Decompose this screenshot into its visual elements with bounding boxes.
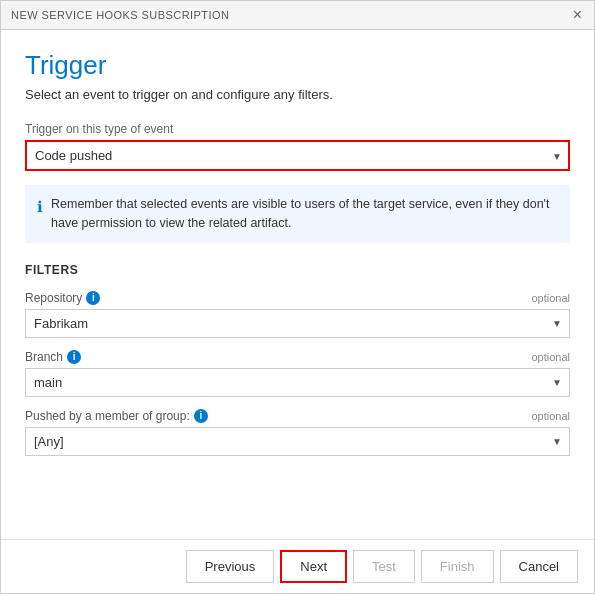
filter-row-repository: Repository i optional Fabrikam [Any] ▼ (25, 291, 570, 338)
group-select-wrapper: [Any] ▼ (25, 427, 570, 456)
optional-group: optional (531, 410, 570, 422)
filters-heading: FILTERS (25, 263, 570, 277)
repository-select[interactable]: Fabrikam [Any] (25, 309, 570, 338)
filter-label-row-repository: Repository i optional (25, 291, 570, 305)
trigger-select[interactable]: Code pushed Code checked in Pull request… (25, 140, 570, 171)
title-bar: NEW SERVICE HOOKS SUBSCRIPTION × (1, 1, 594, 30)
info-box: ℹ Remember that selected events are visi… (25, 185, 570, 243)
branch-select[interactable]: main [Any] (25, 368, 570, 397)
cancel-button[interactable]: Cancel (500, 550, 578, 583)
next-button[interactable]: Next (280, 550, 347, 583)
test-button[interactable]: Test (353, 550, 415, 583)
filter-label-row-branch: Branch i optional (25, 350, 570, 364)
page-title: Trigger (25, 50, 570, 81)
branch-select-wrapper: main [Any] ▼ (25, 368, 570, 397)
finish-button[interactable]: Finish (421, 550, 494, 583)
repository-select-wrapper: Fabrikam [Any] ▼ (25, 309, 570, 338)
group-select[interactable]: [Any] (25, 427, 570, 456)
filter-label-repository: Repository i (25, 291, 100, 305)
filter-label-group: Pushed by a member of group: i (25, 409, 208, 423)
dialog-title: NEW SERVICE HOOKS SUBSCRIPTION (11, 9, 229, 21)
trigger-field-label: Trigger on this type of event (25, 122, 570, 136)
info-circle-group: i (194, 409, 208, 423)
filter-row-group: Pushed by a member of group: i optional … (25, 409, 570, 456)
info-circle-branch: i (67, 350, 81, 364)
dialog-footer: Previous Next Test Finish Cancel (1, 539, 594, 593)
info-circle-repository: i (86, 291, 100, 305)
filter-label-row-group: Pushed by a member of group: i optional (25, 409, 570, 423)
optional-repository: optional (531, 292, 570, 304)
dialog-body: Trigger Select an event to trigger on an… (1, 30, 594, 539)
filter-row-branch: Branch i optional main [Any] ▼ (25, 350, 570, 397)
dialog: NEW SERVICE HOOKS SUBSCRIPTION × Trigger… (0, 0, 595, 594)
trigger-field-group: Trigger on this type of event Code pushe… (25, 122, 570, 171)
filter-label-branch: Branch i (25, 350, 81, 364)
previous-button[interactable]: Previous (186, 550, 275, 583)
page-subtitle: Select an event to trigger on and config… (25, 87, 570, 102)
close-button[interactable]: × (571, 7, 584, 23)
info-icon: ℹ (37, 196, 43, 219)
info-message: Remember that selected events are visibl… (51, 195, 558, 233)
optional-branch: optional (531, 351, 570, 363)
trigger-select-wrapper: Code pushed Code checked in Pull request… (25, 140, 570, 171)
